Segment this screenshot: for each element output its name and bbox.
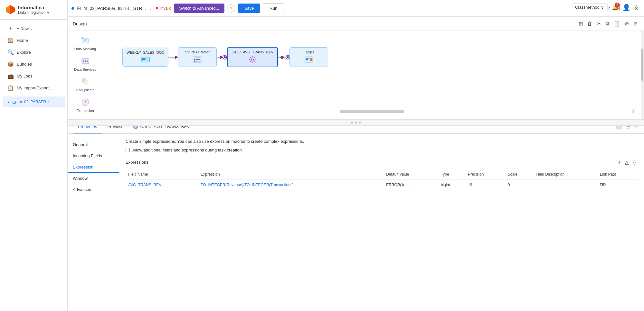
grid-view-button[interactable]: ⊞ — [577, 19, 584, 28]
topbar: ⊞ m_02_PARSER_INTEL_STR... | ✕ Invalid S… — [68, 0, 644, 17]
global-help-button[interactable]: ? — [634, 4, 638, 11]
active-dot: ● — [8, 100, 10, 104]
component-expression[interactable]: ƒ Expression — [71, 95, 100, 114]
switch-to-advanced-button[interactable]: Switch to Advanced... — [174, 4, 224, 13]
right-scrollbar-thumb[interactable] — [641, 49, 643, 81]
table-row[interactable]: AVG_TRANS_REV TO_INTEGER(Revenue)/TO_INT… — [126, 179, 638, 190]
resize-dot-2 — [355, 122, 357, 123]
zoom-in-button[interactable]: ⊕ — [623, 19, 630, 28]
sidebar-nav: + + New... 🏠 Home 🔍 Explore 📦 Bundles 💼 … — [0, 20, 67, 311]
svg-rect-19 — [142, 59, 145, 60]
resize-handle[interactable]: ⊡ — [631, 108, 636, 114]
node-structure-parser[interactable]: StructureParser — [178, 47, 217, 67]
expression-description: Create simple expressions. You can also … — [126, 139, 638, 144]
user-avatar-button[interactable]: 👤 — [622, 4, 630, 11]
col-link-path: Link Path — [597, 169, 638, 179]
mapping-name: m_02_PARSER_INTEL_STR... — [83, 6, 146, 11]
save-button[interactable]: Save — [238, 4, 260, 13]
jobs-icon: 💼 — [8, 73, 14, 79]
multi-connector-dot: ••• — [280, 56, 284, 59]
cell-expression[interactable]: TO_INTEGER(Revenue)/TO_INTEGER(Transacti… — [198, 179, 384, 190]
expressions-table-header: Field Name Expression Default Value Type… — [126, 169, 638, 179]
data-services-icon — [80, 56, 90, 66]
svg-rect-29 — [306, 58, 309, 59]
props-item-incoming-fields[interactable]: Incoming Fields — [68, 150, 119, 161]
properties-content: General Incoming Fields Expression Windo… — [68, 134, 644, 311]
canvas-scrollbar[interactable] — [340, 110, 404, 113]
zoom-out-button[interactable]: ⊖ — [632, 19, 639, 28]
col-field-description: Field Description — [533, 169, 597, 179]
allow-additional-fields-checkbox[interactable] — [126, 148, 130, 152]
run-button[interactable]: Run — [263, 3, 284, 13]
props-item-advanced[interactable]: Advanced — [68, 184, 119, 195]
properties-panel: Properties Preview ƒx CALC_AVG_TRANS_REV… — [68, 120, 644, 311]
component-panel: Data Masking Data Services Deduplicate — [68, 31, 103, 119]
component-deduplicate[interactable]: Deduplicate — [71, 75, 100, 94]
target-node-icon — [304, 56, 313, 63]
product-name: Data Integration ∨ — [18, 10, 50, 15]
line-3a — [278, 57, 280, 58]
paste-button[interactable]: 📋 — [612, 19, 621, 28]
expressions-title: Expressions — [126, 160, 148, 165]
allow-additional-fields-checkbox-row[interactable]: Allow additional fields and expressions … — [126, 148, 638, 152]
expressions-section-header: Expressions + △ ▽ — [126, 158, 638, 167]
move-up-button[interactable]: △ — [623, 158, 630, 167]
cut-button[interactable]: ✂ — [596, 19, 602, 28]
sidebar-item-bundles[interactable]: 📦 Bundles — [3, 58, 65, 70]
node-target[interactable]: Target — [289, 47, 328, 67]
resize-handle-dots[interactable] — [68, 119, 644, 126]
allow-additional-fields-label: Allow additional fields and expressions … — [132, 148, 242, 152]
cell-field-name[interactable]: AVG_TRANS_REV — [126, 179, 198, 190]
explore-icon: 🔍 — [8, 49, 14, 55]
col-precision: Precision — [465, 169, 505, 179]
flow-diagram: WEEKLY_SALES_DOC StructureParser — [122, 47, 328, 67]
col-scale: Scale — [505, 169, 533, 179]
cell-link-path[interactable] — [597, 179, 638, 190]
add-expression-button[interactable]: + — [616, 158, 622, 167]
help-button[interactable]: ? — [227, 4, 235, 13]
resize-dot-3 — [359, 122, 361, 123]
logo-area: Informatica Data Integration ∨ — [0, 0, 67, 20]
right-scrollbar-track — [641, 31, 644, 119]
workspace-selector[interactable]: Classmethod ∨ — [572, 3, 608, 11]
col-expression: Expression — [198, 169, 384, 179]
bundles-icon: 📦 — [8, 61, 14, 67]
topbar-separator: | — [150, 6, 151, 11]
notifications-button[interactable]: 🔔 3 — [611, 4, 619, 11]
props-item-general[interactable]: General — [68, 139, 119, 150]
informatica-logo-icon — [5, 5, 15, 15]
svg-rect-18 — [142, 58, 146, 59]
properties-main: Create simple expressions. You can also … — [119, 134, 644, 311]
svg-text:ƒ: ƒ — [84, 100, 86, 105]
connector-dot — [223, 56, 226, 59]
parser-node-icon — [192, 56, 203, 63]
move-down-button[interactable]: ▽ — [631, 158, 638, 167]
component-data-services[interactable]: Data Services — [71, 54, 100, 73]
component-panel-more[interactable]: ⋮ — [82, 116, 88, 119]
node-weekly-sales[interactable]: WEEKLY_SALES_DOC — [122, 48, 168, 67]
plus-icon: + — [8, 25, 14, 31]
props-item-window[interactable]: Window — [68, 173, 119, 184]
arrow-1 — [168, 55, 178, 59]
delete-button[interactable]: 🗑 — [586, 19, 594, 28]
line-1 — [168, 57, 175, 58]
design-area: Design ⊞ 🗑 ✂ ⧉ 📋 ⊕ ⊖ Data Masking — [68, 17, 644, 120]
design-canvas[interactable]: WEEKLY_SALES_DOC StructureParser — [103, 31, 641, 119]
properties-sidebar: General Incoming Fields Expression Windo… — [68, 134, 119, 311]
svg-point-24 — [194, 60, 195, 62]
sidebar-item-active-mapping[interactable]: ● ⊞ m_02_PARSER_I... — [3, 96, 65, 107]
svg-rect-7 — [81, 37, 83, 39]
sidebar-item-import-export[interactable]: 📋 My Import/Export... — [3, 82, 65, 94]
component-data-masking[interactable]: Data Masking — [71, 33, 100, 53]
design-content: Data Masking Data Services Deduplicate — [68, 31, 644, 119]
node-calc-avg[interactable]: CALC_AVG_TRANS_REV ƒx — [227, 47, 278, 67]
design-header: Design ⊞ 🗑 ✂ ⧉ 📋 ⊕ ⊖ — [68, 17, 644, 31]
sidebar-new-button[interactable]: + + New... — [3, 23, 65, 34]
sidebar-item-explore[interactable]: 🔍 Explore — [3, 46, 65, 58]
sidebar-item-home[interactable]: 🏠 Home — [3, 34, 65, 46]
notification-count: 3 — [615, 3, 620, 8]
props-item-expression[interactable]: Expression — [68, 161, 119, 173]
col-field-name: Field Name — [126, 169, 198, 179]
copy-button[interactable]: ⧉ — [604, 19, 611, 28]
sidebar-item-my-jobs[interactable]: 💼 My Jobs — [3, 70, 65, 82]
